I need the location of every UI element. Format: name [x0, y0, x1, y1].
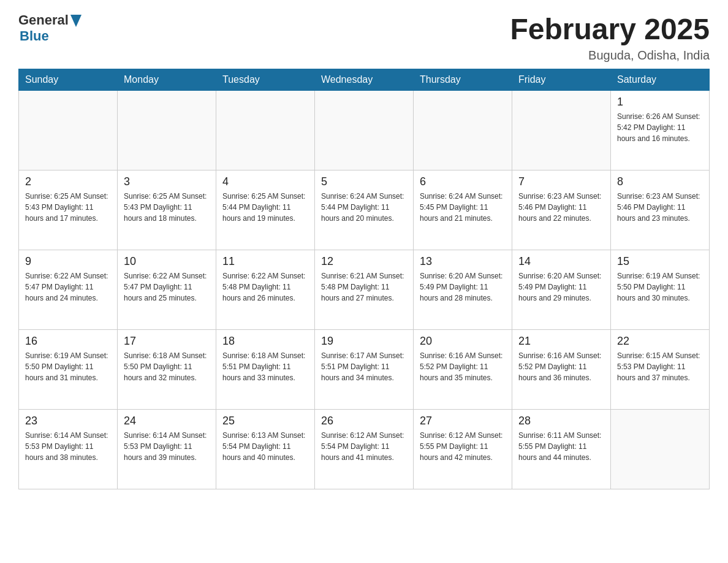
weekday-header-tuesday: Tuesday: [216, 69, 315, 91]
day-number: 22: [617, 335, 703, 348]
calendar-cell: 2Sunrise: 6:25 AM Sunset: 5:43 PM Daylig…: [19, 170, 118, 250]
day-number: 10: [124, 255, 210, 268]
weekday-header-wednesday: Wednesday: [315, 69, 414, 91]
day-number: 27: [420, 415, 506, 427]
calendar-cell: [118, 91, 216, 170]
day-info: Sunrise: 6:23 AM Sunset: 5:46 PM Dayligh…: [617, 191, 703, 224]
calendar-cell: [315, 91, 414, 170]
calendar-cell: 13Sunrise: 6:20 AM Sunset: 5:49 PM Dayli…: [414, 250, 512, 330]
day-number: 28: [518, 415, 604, 427]
calendar-cell: 6Sunrise: 6:24 AM Sunset: 5:45 PM Daylig…: [414, 170, 512, 250]
week-row-5: 23Sunrise: 6:14 AM Sunset: 5:53 PM Dayli…: [19, 410, 710, 489]
day-info: Sunrise: 6:15 AM Sunset: 5:53 PM Dayligh…: [617, 350, 703, 383]
logo-arrow-icon: [70, 15, 82, 27]
week-row-3: 9Sunrise: 6:22 AM Sunset: 5:47 PM Daylig…: [19, 250, 710, 330]
day-number: 21: [518, 335, 604, 348]
calendar-cell: 14Sunrise: 6:20 AM Sunset: 5:49 PM Dayli…: [512, 250, 611, 330]
day-info: Sunrise: 6:26 AM Sunset: 5:42 PM Dayligh…: [617, 111, 703, 144]
calendar-table: SundayMondayTuesdayWednesdayThursdayFrid…: [18, 69, 710, 489]
day-info: Sunrise: 6:24 AM Sunset: 5:45 PM Dayligh…: [420, 191, 506, 224]
day-number: 20: [420, 335, 506, 348]
calendar-cell: 7Sunrise: 6:23 AM Sunset: 5:46 PM Daylig…: [512, 170, 611, 250]
day-info: Sunrise: 6:17 AM Sunset: 5:51 PM Dayligh…: [321, 350, 407, 383]
calendar-cell: 16Sunrise: 6:19 AM Sunset: 5:50 PM Dayli…: [19, 330, 118, 410]
calendar-cell: 5Sunrise: 6:24 AM Sunset: 5:44 PM Daylig…: [315, 170, 414, 250]
logo: General Blue: [18, 12, 82, 44]
day-number: 13: [420, 255, 506, 268]
day-info: Sunrise: 6:25 AM Sunset: 5:43 PM Dayligh…: [124, 191, 210, 224]
day-number: 15: [617, 255, 703, 268]
calendar-cell: 26Sunrise: 6:12 AM Sunset: 5:54 PM Dayli…: [315, 410, 414, 489]
calendar-cell: 11Sunrise: 6:22 AM Sunset: 5:48 PM Dayli…: [216, 250, 315, 330]
day-info: Sunrise: 6:25 AM Sunset: 5:43 PM Dayligh…: [25, 191, 111, 224]
weekday-header-row: SundayMondayTuesdayWednesdayThursdayFrid…: [19, 69, 710, 91]
day-number: 8: [617, 175, 703, 188]
day-info: Sunrise: 6:16 AM Sunset: 5:52 PM Dayligh…: [420, 350, 506, 383]
day-number: 7: [518, 175, 604, 188]
calendar-cell: [414, 91, 512, 170]
page-header: General Blue February 2025 Buguda, Odish…: [18, 12, 710, 63]
day-number: 6: [420, 175, 506, 188]
calendar-cell: 23Sunrise: 6:14 AM Sunset: 5:53 PM Dayli…: [19, 410, 118, 489]
weekday-header-thursday: Thursday: [414, 69, 512, 91]
day-number: 16: [25, 335, 111, 348]
calendar-cell: 15Sunrise: 6:19 AM Sunset: 5:50 PM Dayli…: [611, 250, 710, 330]
day-info: Sunrise: 6:22 AM Sunset: 5:48 PM Dayligh…: [222, 270, 308, 304]
day-number: 11: [222, 255, 308, 268]
calendar-cell: 3Sunrise: 6:25 AM Sunset: 5:43 PM Daylig…: [118, 170, 216, 250]
day-number: 18: [222, 335, 308, 348]
calendar-cell: [19, 91, 118, 170]
day-info: Sunrise: 6:14 AM Sunset: 5:53 PM Dayligh…: [25, 430, 111, 463]
day-number: 9: [25, 255, 111, 268]
calendar-cell: 18Sunrise: 6:18 AM Sunset: 5:51 PM Dayli…: [216, 330, 315, 410]
calendar-cell: 12Sunrise: 6:21 AM Sunset: 5:48 PM Dayli…: [315, 250, 414, 330]
svg-marker-0: [70, 15, 82, 27]
calendar-cell: 20Sunrise: 6:16 AM Sunset: 5:52 PM Dayli…: [414, 330, 512, 410]
weekday-header-friday: Friday: [512, 69, 611, 91]
day-number: 12: [321, 255, 407, 268]
day-info: Sunrise: 6:20 AM Sunset: 5:49 PM Dayligh…: [518, 270, 604, 304]
calendar-cell: [611, 410, 710, 489]
day-number: 24: [124, 415, 210, 427]
calendar-cell: 4Sunrise: 6:25 AM Sunset: 5:44 PM Daylig…: [216, 170, 315, 250]
calendar-cell: 25Sunrise: 6:13 AM Sunset: 5:54 PM Dayli…: [216, 410, 315, 489]
title-area: February 2025 Buguda, Odisha, India: [510, 12, 710, 63]
day-info: Sunrise: 6:18 AM Sunset: 5:50 PM Dayligh…: [124, 350, 210, 383]
calendar-cell: 9Sunrise: 6:22 AM Sunset: 5:47 PM Daylig…: [19, 250, 118, 330]
week-row-4: 16Sunrise: 6:19 AM Sunset: 5:50 PM Dayli…: [19, 330, 710, 410]
calendar-cell: 24Sunrise: 6:14 AM Sunset: 5:53 PM Dayli…: [118, 410, 216, 489]
day-number: 25: [222, 415, 308, 427]
day-info: Sunrise: 6:22 AM Sunset: 5:47 PM Dayligh…: [25, 270, 111, 304]
day-number: 19: [321, 335, 407, 348]
day-info: Sunrise: 6:18 AM Sunset: 5:51 PM Dayligh…: [222, 350, 308, 383]
day-info: Sunrise: 6:21 AM Sunset: 5:48 PM Dayligh…: [321, 270, 407, 304]
calendar-cell: 8Sunrise: 6:23 AM Sunset: 5:46 PM Daylig…: [611, 170, 710, 250]
week-row-1: 1Sunrise: 6:26 AM Sunset: 5:42 PM Daylig…: [19, 91, 710, 170]
calendar-cell: 10Sunrise: 6:22 AM Sunset: 5:47 PM Dayli…: [118, 250, 216, 330]
calendar-cell: 22Sunrise: 6:15 AM Sunset: 5:53 PM Dayli…: [611, 330, 710, 410]
day-info: Sunrise: 6:14 AM Sunset: 5:53 PM Dayligh…: [124, 430, 210, 463]
calendar-cell: 19Sunrise: 6:17 AM Sunset: 5:51 PM Dayli…: [315, 330, 414, 410]
day-number: 2: [25, 175, 111, 188]
calendar-cell: 27Sunrise: 6:12 AM Sunset: 5:55 PM Dayli…: [414, 410, 512, 489]
day-info: Sunrise: 6:16 AM Sunset: 5:52 PM Dayligh…: [518, 350, 604, 383]
calendar-cell: 21Sunrise: 6:16 AM Sunset: 5:52 PM Dayli…: [512, 330, 611, 410]
day-info: Sunrise: 6:24 AM Sunset: 5:44 PM Dayligh…: [321, 191, 407, 224]
calendar-cell: [512, 91, 611, 170]
calendar-subtitle: Buguda, Odisha, India: [510, 48, 710, 63]
weekday-header-saturday: Saturday: [611, 69, 710, 91]
day-info: Sunrise: 6:19 AM Sunset: 5:50 PM Dayligh…: [25, 350, 111, 383]
calendar-cell: 1Sunrise: 6:26 AM Sunset: 5:42 PM Daylig…: [611, 91, 710, 170]
logo-general-text: General: [18, 12, 69, 28]
day-number: 5: [321, 175, 407, 188]
weekday-header-sunday: Sunday: [19, 69, 118, 91]
calendar-cell: 17Sunrise: 6:18 AM Sunset: 5:50 PM Dayli…: [118, 330, 216, 410]
day-info: Sunrise: 6:22 AM Sunset: 5:47 PM Dayligh…: [124, 270, 210, 304]
day-info: Sunrise: 6:25 AM Sunset: 5:44 PM Dayligh…: [222, 191, 308, 224]
day-number: 4: [222, 175, 308, 188]
day-number: 1: [617, 96, 703, 109]
weekday-header-monday: Monday: [118, 69, 216, 91]
day-number: 23: [25, 415, 111, 427]
day-number: 3: [124, 175, 210, 188]
day-info: Sunrise: 6:12 AM Sunset: 5:55 PM Dayligh…: [420, 430, 506, 463]
